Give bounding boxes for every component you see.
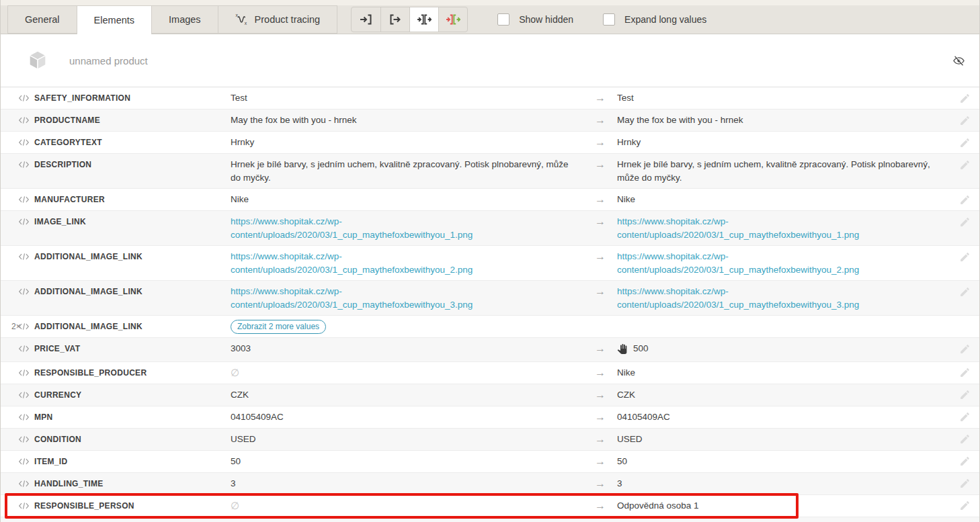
- edit-value-button[interactable]: [950, 91, 979, 105]
- edit-pencil-icon: [959, 500, 971, 511]
- output-value: Nike: [617, 366, 950, 380]
- url-link[interactable]: https://www.shopitak.cz/wp-content/uploa…: [231, 215, 575, 242]
- combined-view-icon: [417, 12, 432, 27]
- output-value: https://www.shopitak.cz/wp-content/uploa…: [617, 215, 950, 242]
- edit-pencil-icon: [959, 433, 971, 445]
- hide-product-button[interactable]: [952, 54, 965, 67]
- input-value: Zobrazit 2 more values: [231, 320, 595, 334]
- attribute-row: HANDLING_TIME3→3: [1, 473, 979, 495]
- output-value-text: Hrnek je bílé barvy, s jedním uchem, kva…: [617, 158, 946, 185]
- edit-value-button[interactable]: [950, 285, 979, 298]
- input-value: ∅: [231, 499, 595, 513]
- output-value-text: Odpovědná osoba 1: [617, 499, 699, 513]
- input-value: 04105409AC: [231, 410, 595, 424]
- url-link[interactable]: https://www.shopitak.cz/wp-content/uploa…: [617, 215, 946, 242]
- tab-product-tracing-label: Product tracing: [255, 14, 321, 25]
- arrow-right-icon: →: [595, 342, 617, 355]
- input-value: Nike: [231, 193, 595, 206]
- input-view-button[interactable]: [352, 7, 380, 32]
- input-view-icon: [359, 12, 374, 27]
- attribute-row: CATEGORYTEXTHrnky→Hrnky: [1, 132, 979, 154]
- attribute-row: MANUFACTURERNike→Nike: [1, 189, 979, 211]
- code-element-icon: [18, 344, 30, 353]
- edit-pencil-icon: [959, 93, 971, 104]
- show-hidden-checkbox-group[interactable]: Show hidden: [497, 13, 573, 26]
- output-value: Hrnek je bílé barvy, s jedním uchem, kva…: [617, 158, 950, 185]
- edit-value-button[interactable]: [950, 366, 979, 380]
- input-value: ∅: [231, 366, 595, 380]
- empty-value-icon: ∅: [231, 500, 239, 511]
- output-value: 500: [617, 342, 950, 358]
- attribute-name: RESPONSIBLE_PERSON: [34, 499, 231, 513]
- output-view-button[interactable]: [380, 7, 409, 32]
- arrow-right-icon: →: [595, 250, 617, 263]
- arrow-right-icon: →: [595, 158, 617, 171]
- attribute-name: PRICE_VAT: [34, 342, 231, 355]
- input-value-text: 04105409AC: [231, 410, 284, 424]
- input-value-text: 50: [231, 455, 241, 468]
- expand-long-values-checkbox[interactable]: [603, 13, 615, 26]
- edit-value-button[interactable]: [950, 455, 979, 468]
- arrow-right-icon: →: [595, 114, 617, 127]
- show-hidden-checkbox[interactable]: [497, 13, 509, 26]
- code-element-icon: [18, 322, 30, 331]
- attribute-name: ADDITIONAL_IMAGE_LINK: [34, 250, 231, 263]
- output-value-text: Test: [617, 91, 634, 105]
- edit-value-button[interactable]: [950, 342, 979, 355]
- arrow-right-icon: →: [595, 215, 617, 228]
- expand-long-values-checkbox-group[interactable]: Expand long values: [603, 13, 706, 26]
- output-value-text: 500: [633, 342, 649, 355]
- tab-elements[interactable]: Elements: [77, 5, 152, 34]
- url-link[interactable]: https://www.shopitak.cz/wp-content/uploa…: [231, 250, 575, 277]
- product-element-editor: General Elements Images x x Product trac…: [0, 0, 980, 522]
- attribute-row: MPN04105409AC→04105409AC: [1, 406, 979, 429]
- edit-value-button[interactable]: [950, 410, 979, 424]
- attribute-row: ITEM_ID50→50: [1, 451, 979, 473]
- url-link[interactable]: https://www.shopitak.cz/wp-content/uploa…: [617, 285, 946, 312]
- edit-pencil-icon: [959, 137, 971, 148]
- attribute-row: RESPONSIBLE_PRODUCER∅→Nike: [1, 362, 979, 384]
- code-element-icon: [18, 195, 30, 204]
- tab-elements-label: Elements: [94, 15, 134, 26]
- input-value: 3: [231, 477, 595, 490]
- attribute-table: SAFETY_INFORMATIONTest→TestPRODUCTNAMEMa…: [1, 87, 979, 517]
- attribute-name: HANDLING_TIME: [34, 477, 231, 490]
- input-value-text: 3003: [231, 342, 251, 355]
- url-link[interactable]: https://www.shopitak.cz/wp-content/uploa…: [617, 250, 946, 277]
- output-value-text: USED: [617, 433, 643, 446]
- attribute-name: RESPONSIBLE_PRODUCER: [34, 366, 231, 380]
- tab-product-tracing[interactable]: x x Product tracing: [218, 5, 338, 34]
- edit-value-button[interactable]: [950, 477, 979, 490]
- input-value-text: Hrnky: [231, 136, 254, 149]
- tab-general[interactable]: General: [7, 5, 77, 34]
- code-element-icon: [18, 368, 30, 378]
- input-value: Hrnky: [231, 136, 595, 149]
- edit-value-button[interactable]: [950, 388, 979, 402]
- tab-images[interactable]: Images: [151, 5, 218, 34]
- output-value: Hrnky: [617, 136, 950, 149]
- edit-value-button[interactable]: [950, 499, 979, 513]
- attribute-name: DESCRIPTION: [34, 158, 231, 171]
- input-value: https://www.shopitak.cz/wp-content/uploa…: [231, 215, 595, 242]
- edit-value-button[interactable]: [950, 136, 979, 149]
- diff-view-button[interactable]: [438, 7, 467, 32]
- code-element-icon: [18, 390, 30, 400]
- edit-value-button[interactable]: [950, 114, 979, 127]
- edit-value-button[interactable]: [950, 193, 979, 206]
- edit-value-button[interactable]: [950, 433, 979, 446]
- input-value-text: 3: [231, 477, 236, 490]
- url-link[interactable]: https://www.shopitak.cz/wp-content/uploa…: [231, 285, 575, 312]
- code-element-icon: [18, 217, 30, 226]
- tab-bar: General Elements Images x x Product trac…: [1, 5, 979, 34]
- view-toggle-group: [351, 7, 468, 32]
- attribute-name: SAFETY_INFORMATION: [34, 91, 231, 105]
- edit-pencil-icon: [959, 411, 971, 423]
- show-more-values-chip[interactable]: Zobrazit 2 more values: [231, 320, 326, 334]
- edit-value-button[interactable]: [950, 215, 979, 228]
- combined-view-button[interactable]: [409, 7, 438, 32]
- show-hidden-label: Show hidden: [519, 14, 573, 25]
- edit-value-button[interactable]: [950, 158, 979, 171]
- edit-value-button[interactable]: [950, 250, 979, 263]
- input-value: https://www.shopitak.cz/wp-content/uploa…: [231, 285, 595, 312]
- arrow-right-icon: →: [595, 433, 617, 446]
